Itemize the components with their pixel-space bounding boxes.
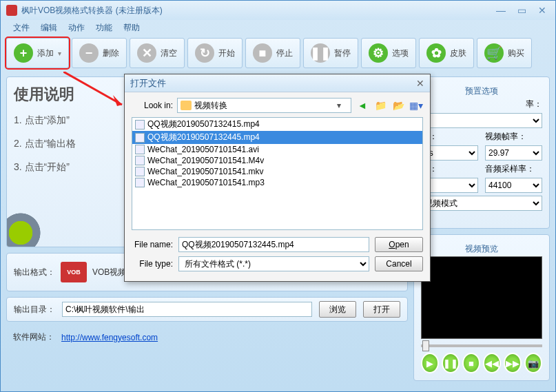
output-dir-input[interactable] [62, 302, 312, 317]
menu-function[interactable]: 功能 [90, 21, 118, 35]
back-icon[interactable]: ◄ [356, 99, 369, 112]
sample-select[interactable]: 44100 [485, 178, 542, 193]
vob-icon: VOB [61, 262, 87, 282]
dialog-title: 打开文件 [130, 77, 166, 90]
filename-input[interactable] [178, 237, 369, 252]
plus-icon: + [14, 43, 33, 63]
filetype-label: File type: [132, 259, 173, 269]
clear-button[interactable]: ✕ 清空 [130, 38, 185, 68]
gear-icon [6, 205, 48, 247]
filetype-select[interactable]: 所有文件格式 (*.*) [178, 256, 369, 271]
dialog-titlebar: 打开文件 ✕ [125, 74, 430, 92]
file-icon [135, 167, 145, 176]
new-folder-icon[interactable]: 📂 [391, 99, 405, 112]
snapshot-button[interactable]: 📷 [524, 353, 542, 373]
website-label: 软件网站： [13, 331, 54, 343]
tools-icon: ⚙ [369, 43, 388, 63]
output-dir-panel: 输出目录： 浏览 打开 [6, 297, 408, 322]
preview-title: 视频预览 [421, 242, 542, 256]
add-button[interactable]: + 添加 ▾ [6, 38, 69, 68]
settings-panel: 预置选项 率： 率： 视频帧率： ps 29.97 率： 音频采样率： s 44… [413, 76, 550, 229]
menu-file[interactable]: 文件 [8, 21, 35, 35]
file-icon [135, 133, 145, 143]
rate-select[interactable] [421, 113, 542, 128]
file-item[interactable]: QQ视频20190507132445.mp4 [132, 131, 422, 144]
video-preview [421, 256, 542, 339]
close-button[interactable]: ✕ [535, 5, 550, 16]
next-button[interactable]: ▶▶ [504, 353, 522, 373]
file-name: QQ视频20190507132415.mp4 [147, 118, 260, 130]
cancel-button[interactable]: Cancel [375, 256, 423, 271]
browse-button[interactable]: 浏览 [319, 301, 356, 318]
file-item[interactable]: WeChat_20190507101541.mp3 [132, 177, 422, 188]
file-name: WeChat_20190507101541.mkv [147, 167, 264, 176]
apple-icon: ✿ [426, 43, 446, 63]
titlebar: 枫叶VOB视频格式转换器 (未注册版本) — ▭ ✕ [1, 1, 555, 20]
file-item[interactable]: QQ视频20190507132415.mp4 [132, 118, 422, 131]
window-title: 枫叶VOB视频格式转换器 (未注册版本) [21, 5, 163, 17]
file-icon [135, 178, 145, 187]
filename-label: File name: [132, 240, 173, 249]
view-icon[interactable]: ▦▾ [409, 99, 423, 112]
play-button[interactable]: ▶ [421, 353, 439, 373]
file-name: QQ视频20190507132445.mp4 [147, 132, 260, 143]
stop-icon: ■ [253, 43, 272, 63]
website-row: 软件网站： http://www.fengyesoft.com [6, 331, 408, 343]
framerate-select[interactable]: 29.97 [485, 145, 542, 161]
file-name: WeChat_20190507101541.avi [147, 145, 259, 154]
sample-label: 音频采样率： [485, 163, 542, 175]
menu-action[interactable]: 动作 [63, 21, 90, 35]
seek-slider[interactable] [421, 339, 542, 353]
open-file-dialog: 打开文件 ✕ Look in: 视频转换 ▾ ◄ 📁 📂 ▦▾ QQ视频2019… [124, 74, 431, 282]
chevron-down-icon: ▾ [337, 101, 348, 110]
mode-select[interactable]: 视频模式 [421, 196, 542, 211]
options-button[interactable]: ⚙ 选项 [361, 38, 416, 68]
pause-icon: ❚❚ [311, 43, 330, 63]
settings-title: 预置选项 [421, 84, 542, 99]
file-icon [135, 145, 145, 154]
up-icon[interactable]: 📁 [373, 99, 387, 112]
file-name: WeChat_20190507101541.mp3 [147, 178, 265, 187]
file-item[interactable]: WeChat_20190507101541.avi [132, 144, 422, 155]
stop-button[interactable]: ■ 停止 [245, 38, 300, 68]
lookin-label: Look in: [132, 101, 173, 110]
pause-player-button[interactable]: ❚❚ [442, 353, 460, 373]
file-name: WeChat_20190507101541.M4v [147, 156, 264, 165]
framerate-label: 视频帧率： [485, 131, 542, 143]
prev-button[interactable]: ◀◀ [483, 353, 501, 373]
start-button[interactable]: ↻ 开始 [187, 38, 243, 68]
file-item[interactable]: WeChat_20190507101541.M4v [132, 155, 422, 166]
skin-button[interactable]: ✿ 皮肤 [419, 38, 474, 68]
file-icon [135, 120, 145, 130]
chevron-down-icon: ▾ [58, 50, 61, 57]
lookin-select[interactable]: 视频转换 ▾ [177, 98, 351, 113]
minus-icon: − [79, 43, 99, 63]
menubar: 文件 编辑 动作 功能 帮助 [1, 20, 555, 35]
refresh-icon: ↻ [195, 43, 214, 63]
app-window: 枫叶VOB视频格式转换器 (未注册版本) — ▭ ✕ 文件 编辑 动作 功能 帮… [0, 0, 556, 392]
menu-help[interactable]: 帮助 [118, 21, 145, 35]
file-item[interactable]: WeChat_20190507101541.mkv [132, 166, 422, 177]
dialog-close-button[interactable]: ✕ [416, 78, 424, 89]
open-file-button[interactable]: Open [375, 237, 423, 252]
pause-button[interactable]: ❚❚ 暂停 [303, 38, 358, 68]
file-icon [135, 156, 145, 165]
minimize-button[interactable]: — [493, 5, 508, 16]
toolbar: + 添加 ▾ − 删除 ✕ 清空 ↻ 开始 ■ 停止 ❚❚ 暂停 ⚙ 选项 ✿ [1, 35, 555, 71]
output-format-label: 输出格式： [14, 267, 55, 278]
delete-button[interactable]: − 删除 [72, 38, 127, 68]
folder-icon [181, 101, 192, 110]
cart-icon: 🛒 [484, 43, 504, 63]
open-button[interactable]: 打开 [363, 301, 400, 318]
preview-panel: 视频预览 ▶ ❚❚ ■ ◀◀ ▶▶ 📷 [413, 234, 550, 381]
website-link[interactable]: http://www.fengyesoft.com [61, 333, 158, 342]
file-list[interactable]: QQ视频20190507132415.mp4QQ视频20190507132445… [132, 117, 423, 230]
buy-button[interactable]: 🛒 购买 [477, 38, 532, 68]
rate-label: 率： [421, 99, 542, 110]
vob-text: VOB视频 [92, 267, 126, 278]
maximize-button[interactable]: ▭ [514, 5, 529, 16]
menu-edit[interactable]: 编辑 [35, 21, 63, 35]
stop-player-button[interactable]: ■ [462, 353, 480, 373]
x-icon: ✕ [137, 43, 156, 63]
output-dir-label: 输出目录： [14, 304, 55, 316]
